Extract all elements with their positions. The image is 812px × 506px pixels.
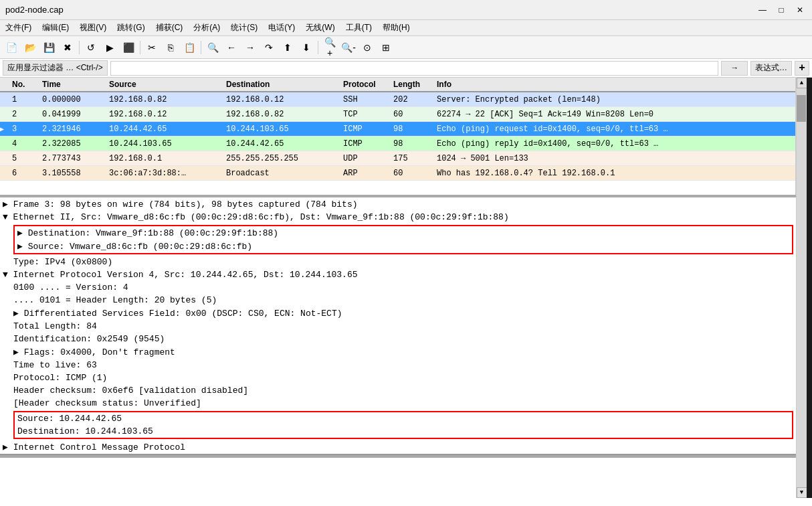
packet-src: 10.244.42.65 <box>106 124 223 134</box>
toolbar-sep-2 <box>140 41 140 54</box>
right-panel <box>807 78 812 498</box>
packet-time: 2.773743 <box>39 154 106 163</box>
packet-no: 4 <box>9 139 39 149</box>
toolbar-next-btn[interactable]: ⬇ <box>298 39 315 56</box>
menu-bar: 文件(F)编辑(E)视图(V)跳转(G)捕获(C)分析(A)统计(S)电话(Y)… <box>0 20 812 36</box>
col-header-protocol: Protocol <box>340 80 391 89</box>
packet-row[interactable]: ▶32.32194610.244.42.6510.244.103.65ICMP9… <box>0 122 795 137</box>
highlight-group: Source: 10.244.42.65Destination: 10.244.… <box>13 411 793 439</box>
window-controls: — □ ✕ <box>756 3 807 17</box>
toolbar-fwd-btn[interactable]: → <box>241 39 259 56</box>
col-header-time: Time <box>39 80 106 89</box>
toolbar-save-btn[interactable]: 💾 <box>40 39 58 56</box>
packet-table: 10.000000192.168.0.82192.168.0.12SSH202S… <box>0 92 795 195</box>
packet-src: 3c:06:a7:3d:88:… <box>106 169 223 178</box>
scroll-up-btn[interactable]: ▲ <box>797 78 807 88</box>
toolbar-goto-btn[interactable]: ↷ <box>260 39 278 56</box>
details-pane: ▶ Frame 3: 98 bytes on wire (784 bits), … <box>0 197 796 455</box>
toolbar-open-btn[interactable]: 📂 <box>21 39 39 56</box>
minimize-button[interactable]: — <box>756 3 769 17</box>
packet-len: 60 <box>391 110 434 119</box>
scroll-thumb[interactable] <box>797 95 806 122</box>
menu-item-s[interactable]: 统计(S) <box>225 20 263 35</box>
detail-row-ipv4-ttl: Time to live: 63 <box>0 359 796 371</box>
detail-section-collapsed-icmp[interactable]: ▶ Internet Control Message Protocol <box>0 440 796 454</box>
packet-row[interactable]: 52.773743192.168.0.1255.255.255.255UDP17… <box>0 151 795 166</box>
toolbar-close-btn[interactable]: ✖ <box>59 39 76 56</box>
detail-row-ipv4-len: Total Length: 84 <box>0 320 796 333</box>
menu-item-v[interactable]: 视图(V) <box>74 20 112 35</box>
packet-src: 192.168.0.12 <box>106 110 223 119</box>
packet-dst: 192.168.0.12 <box>223 95 340 104</box>
packet-row[interactable]: 20.041999192.168.0.12192.168.0.82TCP6062… <box>0 107 795 122</box>
toolbar-back-btn[interactable]: ← <box>223 39 240 56</box>
packet-src: 192.168.0.82 <box>106 95 223 104</box>
packet-no: 5 <box>9 154 39 163</box>
scroll-down-btn[interactable]: ▼ <box>797 487 807 498</box>
toolbar-new-btn[interactable]: 📄 <box>3 39 20 56</box>
menu-item-t[interactable]: 工具(T) <box>340 20 377 35</box>
toolbar-prev-btn[interactable]: ⬆ <box>279 39 296 56</box>
detail-row-ipv4-dsf[interactable]: ▶ Differentiated Services Field: 0x00 (D… <box>0 307 796 320</box>
menu-item-e[interactable]: 编辑(E) <box>37 20 74 35</box>
packet-row[interactable]: 63.1055583c:06:a7:3d:88:…BroadcastARP60W… <box>0 166 795 181</box>
scroll-track <box>797 88 807 487</box>
toolbar-sep-3 <box>201 41 201 54</box>
detail-row-ipv4-dst: Destination: 10.244.103.65 <box>15 425 792 438</box>
menu-item-y[interactable]: 电话(Y) <box>263 20 300 35</box>
packet-row[interactable]: 42.32208510.244.103.6510.244.42.65ICMP98… <box>0 137 795 151</box>
toolbar-find-btn[interactable]: 🔍 <box>204 39 221 56</box>
toolbar-start-btn[interactable]: ▶ <box>101 39 118 56</box>
menu-item-g[interactable]: 跳转(G) <box>112 20 150 35</box>
col-header-no: No. <box>9 80 39 89</box>
col-header-info: Info <box>434 80 795 89</box>
filter-plus-button[interactable]: + <box>795 61 809 76</box>
packet-time: 2.322085 <box>39 139 106 149</box>
content-area: No. Time Source Destination Protocol Len… <box>0 78 812 498</box>
menu-item-a[interactable]: 分析(A) <box>188 20 225 35</box>
packet-proto: ARP <box>340 169 391 178</box>
filter-input[interactable] <box>110 61 718 76</box>
detail-section-collapsed-frame[interactable]: ▶ Frame 3: 98 bytes on wire (784 bits), … <box>0 197 796 211</box>
toolbar-copy-btn[interactable]: ⎘ <box>162 39 179 56</box>
detail-row-eth-dst[interactable]: ▶ Destination: Vmware_9f:1b:88 (00:0c:29… <box>15 226 792 240</box>
menu-item-w[interactable]: 无线(W) <box>300 20 340 35</box>
detail-row-ipv4-id: Identification: 0x2549 (9545) <box>0 333 796 345</box>
toolbar-paste-btn[interactable]: 📋 <box>181 39 198 56</box>
menu-item-c[interactable]: 捕获(C) <box>150 20 189 35</box>
window-title: pod2-node.cap <box>5 5 64 15</box>
packet-dst: Broadcast <box>223 169 340 178</box>
packet-info: Who has 192.168.0.4? Tell 192.168.0.1 <box>434 169 795 178</box>
packet-time: 0.000000 <box>39 95 106 104</box>
packet-proto: TCP <box>340 110 391 119</box>
toolbar-cut-btn[interactable]: ✂ <box>143 39 161 56</box>
toolbar-zoom-normal-btn[interactable]: ⊙ <box>359 39 376 56</box>
menu-item-h[interactable]: 帮助(H) <box>377 20 415 35</box>
expression-button[interactable]: 表达式… <box>750 61 792 76</box>
detail-row-eth-src[interactable]: ▶ Source: Vmware_d8:6c:fb (00:0c:29:d8:6… <box>15 240 792 253</box>
close-button[interactable]: ✕ <box>793 3 807 17</box>
toolbar-stop-btn[interactable]: ⬛ <box>120 39 137 56</box>
packet-row[interactable]: 10.000000192.168.0.82192.168.0.12SSH202S… <box>0 92 795 107</box>
detail-section-header-ethernet[interactable]: ▼ Ethernet II, Src: Vmware_d8:6c:fb (00:… <box>0 211 796 224</box>
packet-time: 3.105558 <box>39 169 106 178</box>
packet-dst: 255.255.255.255 <box>223 154 340 163</box>
toolbar-zoom-out-btn[interactable]: 🔍- <box>340 39 357 56</box>
packet-info: Echo (ping) request id=0x1400, seq=0/0, … <box>434 124 795 134</box>
packet-info: Echo (ping) reply id=0x1400, seq=0/0, tt… <box>434 139 795 149</box>
packet-info: 1024 → 5001 Len=133 <box>434 154 795 163</box>
packet-len: 202 <box>391 95 434 104</box>
filter-arrow-button[interactable]: → <box>721 61 748 76</box>
packet-time: 0.041999 <box>39 110 106 119</box>
detail-row-ipv4-flags[interactable]: ▶ Flags: 0x4000, Don't fragment <box>0 345 796 359</box>
detail-row-ipv4-version: 0100 .... = Version: 4 <box>0 281 796 294</box>
detail-row-eth-type: Type: IPv4 (0x0800) <box>0 256 796 268</box>
toolbar-restart-btn[interactable]: ↺ <box>82 39 100 56</box>
toolbar-resize-btn[interactable]: ⊞ <box>377 39 395 56</box>
packet-proto: SSH <box>340 95 391 104</box>
menu-item-f[interactable]: 文件(F) <box>0 20 37 35</box>
toolbar-zoom-in-btn[interactable]: 🔍+ <box>321 39 338 56</box>
maximize-button[interactable]: □ <box>775 3 788 17</box>
packet-dst: 192.168.0.82 <box>223 110 340 119</box>
detail-section-header-ipv4[interactable]: ▼ Internet Protocol Version 4, Src: 10.2… <box>0 268 796 281</box>
